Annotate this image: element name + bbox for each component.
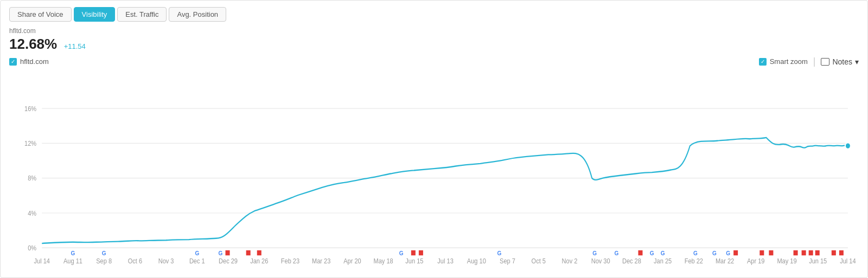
- smart-zoom-label: Smart zoom: [770, 57, 808, 66]
- red-marker-1: [226, 250, 230, 255]
- metric-value: 12.68%: [9, 36, 57, 53]
- metric-domain: hfltd.com: [9, 27, 859, 35]
- x-label-1: Aug 11: [63, 257, 82, 266]
- notes-chevron: ▾: [855, 57, 859, 66]
- x-label-0: Jul 14: [34, 257, 50, 266]
- x-label-18: Nov 30: [591, 257, 610, 266]
- google-marker-2: G: [102, 250, 106, 257]
- notes-icon: [821, 58, 829, 66]
- metric-section: hfltd.com 12.68% +11.54: [9, 27, 859, 53]
- x-label-19: Dec 28: [622, 257, 641, 266]
- google-marker-4: G: [219, 250, 223, 257]
- chart-container: hfltd.com Smart zoom | Notes ▾: [9, 56, 859, 273]
- x-label-3: Oct 6: [128, 257, 143, 266]
- metric-change: +11.54: [64, 42, 86, 50]
- tab-share-of-voice[interactable]: Share of Voice: [9, 7, 72, 22]
- x-label-2: Sep 8: [96, 257, 112, 266]
- x-label-15: Sep 7: [500, 257, 515, 266]
- notes-label: Notes: [832, 57, 852, 66]
- google-marker-8: G: [614, 250, 618, 257]
- chart-header: hfltd.com Smart zoom | Notes ▾: [9, 56, 859, 67]
- google-marker-12: G: [712, 250, 717, 257]
- google-marker-9: G: [650, 250, 654, 257]
- google-marker-5: G: [399, 250, 404, 257]
- red-marker-15: [839, 250, 844, 255]
- red-marker-13: [815, 250, 820, 255]
- google-marker-11: G: [693, 250, 698, 257]
- endpoint-dot: [845, 143, 851, 149]
- x-label-6: Dec 29: [219, 257, 238, 266]
- tab-visibility[interactable]: Visibility: [74, 7, 116, 22]
- red-marker-11: [802, 250, 806, 255]
- y-label-4: 4%: [28, 209, 36, 217]
- google-marker-7: G: [592, 250, 597, 257]
- x-label-8: Feb 23: [281, 257, 300, 266]
- google-marker-10: G: [661, 250, 665, 257]
- red-marker-8: [760, 250, 764, 255]
- y-label-0: 0%: [28, 244, 36, 252]
- red-marker-4: [411, 250, 416, 255]
- y-label-8: 8%: [28, 174, 36, 183]
- divider: |: [813, 56, 816, 67]
- red-marker-14: [832, 250, 836, 255]
- tab-est-traffic[interactable]: Est. Traffic: [117, 7, 167, 22]
- y-label-12: 12%: [24, 139, 36, 147]
- x-label-17: Nov 2: [562, 257, 578, 266]
- smart-zoom[interactable]: Smart zoom: [759, 57, 808, 66]
- chart-area: 16% 12% 8% 4% 0% Jul 14 Aug 11 Sep 8 Oct…: [9, 70, 859, 273]
- notes-button[interactable]: Notes ▾: [821, 57, 859, 66]
- red-marker-9: [769, 250, 773, 255]
- x-label-16: Oct 5: [532, 257, 546, 266]
- tab-avg-position[interactable]: Avg. Position: [169, 7, 226, 22]
- red-marker-6: [638, 250, 642, 255]
- x-label-21: Feb 22: [685, 257, 704, 266]
- x-label-26: Jul 14: [840, 257, 856, 266]
- metric-row: 12.68% +11.54: [9, 36, 859, 53]
- x-label-4: Nov 3: [158, 257, 174, 266]
- x-label-13: Jul 13: [437, 257, 454, 266]
- x-label-20: Jan 25: [654, 257, 672, 266]
- red-marker-12: [809, 250, 813, 255]
- x-label-10: Apr 20: [343, 257, 361, 266]
- red-marker-3: [257, 250, 261, 255]
- tab-row: Share of Voice Visibility Est. Traffic A…: [9, 7, 859, 22]
- chart-svg: 16% 12% 8% 4% 0% Jul 14 Aug 11 Sep 8 Oct…: [9, 70, 859, 273]
- x-label-25: Jun 15: [809, 257, 827, 266]
- red-marker-5: [419, 250, 423, 255]
- x-label-11: May 18: [374, 257, 393, 266]
- x-label-23: Apr 19: [747, 257, 765, 266]
- x-label-12: Jun 15: [405, 257, 423, 266]
- google-marker-3: G: [195, 250, 199, 257]
- chart-line: [42, 138, 848, 243]
- red-marker-7: [733, 250, 738, 255]
- red-marker-10: [794, 250, 798, 255]
- legend-label: hfltd.com: [20, 57, 49, 66]
- x-label-7: Jan 26: [250, 257, 268, 266]
- legend-item: hfltd.com: [9, 57, 49, 66]
- main-container: Share of Voice Visibility Est. Traffic A…: [0, 0, 868, 278]
- x-label-14: Aug 10: [467, 257, 486, 266]
- x-label-9: Mar 23: [312, 257, 331, 266]
- google-marker-13: G: [726, 250, 730, 257]
- x-label-5: Dec 1: [189, 257, 205, 266]
- google-marker-6: G: [497, 250, 502, 257]
- x-label-22: Mar 22: [716, 257, 735, 266]
- x-label-24: May 19: [777, 257, 796, 266]
- google-marker-1: G: [71, 250, 75, 257]
- chart-controls: Smart zoom | Notes ▾: [759, 56, 859, 67]
- legend-checkbox[interactable]: [9, 58, 17, 66]
- smart-zoom-checkbox[interactable]: [759, 58, 767, 66]
- red-marker-2: [246, 250, 251, 255]
- y-label-16: 16%: [24, 105, 36, 113]
